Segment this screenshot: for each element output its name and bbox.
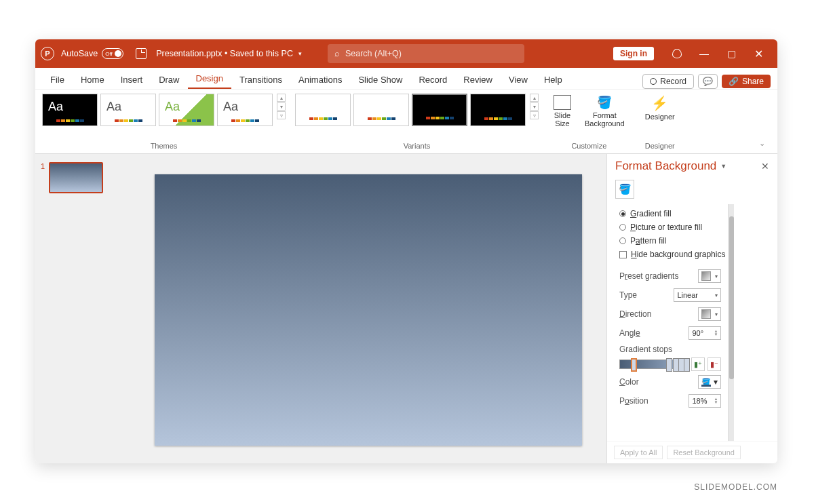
autosave-toggle[interactable]: Off: [102, 48, 123, 59]
close-button[interactable]: ✕: [745, 43, 772, 64]
search-box[interactable]: ⌕ Search (Alt+Q): [328, 44, 524, 63]
variant-thumbnail[interactable]: [412, 94, 467, 126]
angle-input[interactable]: 90°▲▼: [689, 326, 721, 340]
mic-button[interactable]: [663, 43, 691, 64]
fill-pattern-option[interactable]: Pattern fill: [619, 234, 725, 248]
tab-animations[interactable]: Animations: [290, 71, 350, 89]
gradient-stops-slider[interactable]: [619, 360, 689, 369]
slide-size-label: Slide Size: [554, 111, 570, 128]
share-button[interactable]: 🔗 Share: [722, 75, 771, 88]
gradient-stop[interactable]: [666, 358, 672, 372]
radio-icon: [619, 237, 626, 244]
tab-home[interactable]: Home: [73, 71, 113, 89]
variants-group-label: Variants: [404, 140, 431, 153]
powerpoint-icon: P: [41, 47, 54, 60]
gallery-scroll-button[interactable]: ▾: [277, 102, 286, 111]
tab-record[interactable]: Record: [410, 71, 455, 89]
customize-group-label: Customize: [571, 140, 606, 153]
tab-insert[interactable]: Insert: [113, 71, 151, 89]
gallery-scroll-button[interactable]: ▾: [530, 102, 539, 111]
pane-close-icon[interactable]: ✕: [761, 161, 769, 172]
maximize-button[interactable]: ▢: [718, 43, 745, 64]
angle-label: Angle: [619, 328, 640, 338]
scrollbar-thumb[interactable]: [729, 216, 734, 379]
gallery-scroll-button[interactable]: ▿: [277, 111, 286, 119]
type-dropdown[interactable]: Linear▾: [674, 288, 721, 302]
themes-group-label: Themes: [151, 140, 178, 153]
color-swatch: [701, 385, 711, 387]
title-bar: P AutoSave Off Presentation.pptx • Saved…: [35, 39, 777, 68]
sign-in-button[interactable]: Sign in: [613, 47, 654, 60]
checkbox-icon: [619, 251, 627, 258]
watermark: SLIDEMODEL.COM: [694, 482, 777, 492]
designer-button[interactable]: ⚡ Designer: [640, 94, 680, 122]
ribbon-collapse-icon[interactable]: ⌄: [754, 134, 771, 153]
position-input[interactable]: 18%▲▼: [689, 394, 721, 408]
gradient-swatch-icon: [701, 271, 711, 281]
work-area: 1 Format Background ▼ ✕ 🪣 GGradient fill…: [35, 154, 777, 463]
fill-gradient-option[interactable]: GGradient fillradient fill: [619, 207, 725, 220]
pane-header: Format Background ▼ ✕: [607, 154, 777, 178]
document-title[interactable]: Presentation.pptx • Saved to this PC: [156, 49, 293, 58]
radio-icon: [619, 210, 626, 217]
radio-icon: [619, 224, 626, 231]
pane-menu-icon[interactable]: ▼: [720, 163, 726, 170]
chevron-down-icon[interactable]: ▾: [298, 50, 302, 57]
ribbon-group-designer: ⚡ Designer Designer: [640, 94, 680, 153]
position-label: Position: [619, 396, 648, 406]
search-icon: ⌕: [334, 49, 340, 58]
gallery-scroll-button[interactable]: ▴: [277, 94, 286, 102]
slide-thumbnail[interactable]: [49, 162, 103, 193]
tab-file[interactable]: File: [42, 71, 73, 89]
theme-thumbnail[interactable]: Aa: [159, 94, 214, 126]
designer-group-label: Designer: [645, 140, 675, 153]
tab-draw[interactable]: Draw: [151, 71, 187, 89]
ribbon-group-variants: ▴▾▿ Variants: [295, 94, 539, 153]
gradient-stop[interactable]: [631, 358, 637, 372]
save-icon[interactable]: [136, 48, 147, 59]
color-label: Color: [619, 377, 639, 387]
pane-scrollbar[interactable]: [728, 204, 734, 441]
slide-canvas[interactable]: [155, 174, 582, 446]
slide-size-icon: [554, 95, 571, 110]
format-background-button[interactable]: 🪣 Format Background: [579, 94, 630, 129]
preset-gradients-dropdown[interactable]: ▾: [698, 269, 721, 283]
fill-tab-icon[interactable]: 🪣: [615, 180, 634, 199]
tab-help[interactable]: Help: [536, 71, 570, 89]
slide-size-button[interactable]: Slide Size: [548, 94, 577, 129]
search-placeholder: Search (Alt+Q): [345, 49, 402, 58]
pane-title: Format Background: [615, 159, 716, 173]
tab-view[interactable]: View: [501, 71, 536, 89]
type-value: Linear: [677, 291, 698, 299]
tab-design[interactable]: Design: [188, 69, 231, 89]
record-button[interactable]: Record: [642, 74, 694, 89]
canvas-area: [130, 154, 606, 463]
theme-thumbnail[interactable]: Aa: [100, 94, 156, 126]
variant-thumbnail[interactable]: [353, 94, 409, 126]
direction-dropdown[interactable]: ▾: [698, 307, 721, 321]
tab-slide-show[interactable]: Slide Show: [350, 71, 410, 89]
gallery-scroll-button[interactable]: ▴: [530, 94, 539, 102]
gradient-stop[interactable]: [684, 358, 690, 372]
minimize-button[interactable]: —: [691, 43, 718, 64]
slide-number: 1: [41, 162, 45, 455]
variant-thumbnail[interactable]: [470, 94, 526, 126]
hide-bg-checkbox[interactable]: Hide background graphics: [619, 248, 725, 261]
format-bg-label: Format Background: [585, 111, 625, 128]
reset-bg-button[interactable]: Reset Background: [667, 446, 741, 459]
remove-stop-button[interactable]: ▮⁻: [708, 357, 721, 371]
tab-review[interactable]: Review: [455, 71, 501, 89]
direction-label: Direction: [619, 309, 651, 319]
fill-picture-option[interactable]: Picture or texture fill: [619, 220, 725, 234]
comments-button[interactable]: 💬: [698, 74, 718, 89]
gradient-stops-label: Gradient stops: [619, 343, 725, 356]
color-picker-button[interactable]: 🪣▾: [698, 375, 721, 389]
theme-thumbnail[interactable]: Aa: [42, 94, 98, 126]
gallery-scroll-button[interactable]: ▿: [530, 111, 539, 119]
add-stop-button[interactable]: ▮⁺: [691, 357, 705, 371]
apply-all-button[interactable]: Apply to All: [614, 446, 663, 459]
theme-thumbnail[interactable]: Aa: [217, 94, 273, 126]
ribbon: AaAaAaAa▴▾▿ Themes ▴▾▿ Variants Slide Si…: [35, 90, 777, 154]
variant-thumbnail[interactable]: [295, 94, 351, 126]
tab-transitions[interactable]: Transitions: [231, 71, 290, 89]
